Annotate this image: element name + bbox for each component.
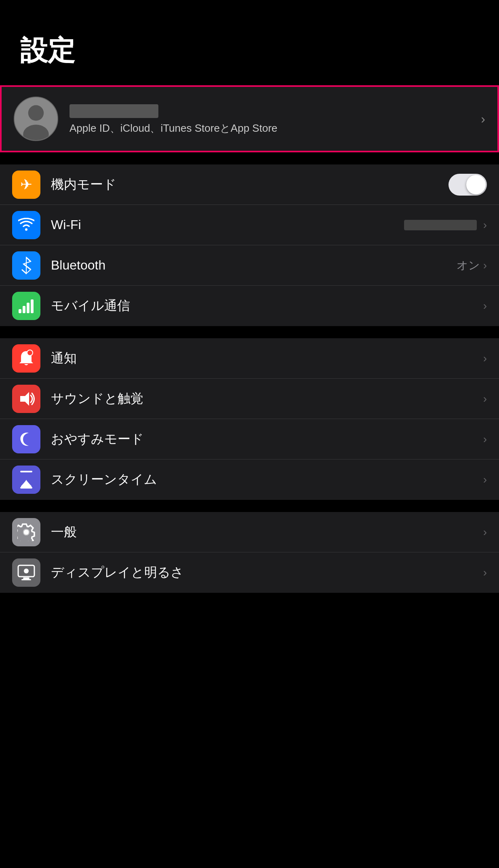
svg-rect-14 bbox=[20, 487, 32, 489]
connectivity-group: ✈ 機内モード Wi-Fi › bbox=[0, 164, 499, 326]
svg-line-5 bbox=[26, 257, 31, 261]
sounds-icon-wrapper bbox=[12, 385, 40, 413]
do-not-disturb-row[interactable]: おやすみモード › bbox=[0, 419, 499, 459]
bluetooth-value-container: オン › bbox=[457, 258, 487, 273]
display-row[interactable]: ディスプレイと明るさ › bbox=[0, 552, 499, 593]
display-chevron-container: › bbox=[480, 566, 487, 579]
airplane-icon: ✈ bbox=[20, 176, 32, 193]
signal-icon bbox=[18, 298, 34, 314]
airplane-mode-label: 機内モード bbox=[51, 176, 444, 194]
page-title: 設定 bbox=[0, 0, 499, 85]
screen-time-chevron: › bbox=[483, 473, 487, 486]
wifi-network-name bbox=[404, 220, 477, 230]
do-not-disturb-label: おやすみモード bbox=[51, 430, 476, 448]
gear-icon bbox=[17, 523, 35, 541]
wifi-icon bbox=[18, 218, 34, 232]
svg-line-4 bbox=[22, 270, 26, 274]
wifi-label: Wi-Fi bbox=[51, 217, 400, 232]
svg-rect-7 bbox=[19, 309, 21, 313]
airplane-mode-row[interactable]: ✈ 機内モード bbox=[0, 164, 499, 205]
airplane-mode-toggle[interactable] bbox=[448, 174, 487, 196]
display-icon bbox=[17, 565, 35, 581]
svg-marker-12 bbox=[20, 392, 29, 406]
apple-id-row[interactable]: Apple ID、iCloud、iTunes StoreとApp Store › bbox=[0, 85, 499, 152]
general-chevron: › bbox=[483, 526, 487, 539]
screen-time-chevron-container: › bbox=[480, 473, 487, 486]
display-icon-wrapper bbox=[12, 558, 40, 587]
screen-time-row[interactable]: スクリーンタイム › bbox=[0, 459, 499, 500]
notifications-row[interactable]: 通知 › bbox=[0, 338, 499, 379]
notifications-group: 通知 › サウンドと触覚 › おやすみモード › bbox=[0, 338, 499, 500]
svg-line-6 bbox=[23, 264, 31, 270]
notifications-icon-wrapper bbox=[12, 344, 40, 373]
apple-id-subtitle: Apple ID、iCloud、iTunes StoreとApp Store bbox=[69, 121, 474, 135]
blurred-name bbox=[69, 104, 158, 118]
apple-id-info: Apple ID、iCloud、iTunes StoreとApp Store bbox=[69, 102, 474, 135]
wifi-icon-wrapper bbox=[12, 211, 40, 239]
mobile-icon-wrapper bbox=[12, 292, 40, 320]
wifi-row[interactable]: Wi-Fi › bbox=[0, 205, 499, 245]
display-label: ディスプレイと明るさ bbox=[51, 564, 476, 581]
hourglass-icon bbox=[19, 471, 33, 489]
moon-icon bbox=[19, 431, 34, 447]
mobile-value-container: › bbox=[480, 299, 487, 312]
svg-point-15 bbox=[23, 529, 29, 535]
svg-rect-8 bbox=[23, 306, 25, 313]
sounds-row[interactable]: サウンドと触覚 › bbox=[0, 379, 499, 419]
notifications-label: 通知 bbox=[51, 350, 476, 367]
notification-icon bbox=[19, 350, 34, 367]
bluetooth-label: Bluetooth bbox=[51, 258, 453, 273]
general-row[interactable]: 一般 › bbox=[0, 512, 499, 552]
svg-point-1 bbox=[28, 105, 44, 121]
svg-rect-17 bbox=[23, 577, 29, 579]
svg-rect-18 bbox=[21, 579, 31, 580]
wifi-value-container: › bbox=[404, 219, 487, 232]
sounds-label: サウンドと触覚 bbox=[51, 390, 476, 408]
screen-time-label: スクリーンタイム bbox=[51, 471, 476, 489]
bluetooth-icon-wrapper bbox=[12, 251, 40, 280]
wifi-chevron: › bbox=[483, 219, 487, 232]
do-not-disturb-icon-wrapper bbox=[12, 425, 40, 453]
display-chevron: › bbox=[483, 566, 487, 579]
system-group: 一般 › ディスプレイと明るさ › bbox=[0, 512, 499, 593]
airplane-mode-icon-wrapper: ✈ bbox=[12, 171, 40, 199]
apple-id-chevron: › bbox=[481, 112, 485, 126]
general-chevron-container: › bbox=[480, 526, 487, 539]
do-not-disturb-chevron-container: › bbox=[480, 433, 487, 446]
screen-time-icon-wrapper bbox=[12, 466, 40, 494]
svg-rect-10 bbox=[31, 299, 34, 313]
svg-rect-13 bbox=[20, 471, 32, 472]
general-icon-wrapper bbox=[12, 518, 40, 546]
sound-icon bbox=[18, 390, 35, 407]
airplane-mode-toggle-container bbox=[448, 174, 487, 196]
sounds-chevron-container: › bbox=[480, 392, 487, 405]
apple-id-name bbox=[69, 102, 474, 118]
toggle-knob bbox=[466, 175, 486, 194]
bluetooth-chevron: › bbox=[483, 259, 487, 272]
svg-point-11 bbox=[27, 350, 33, 356]
bluetooth-row[interactable]: Bluetooth オン › bbox=[0, 245, 499, 286]
sounds-chevron: › bbox=[483, 392, 487, 405]
svg-point-3 bbox=[25, 228, 27, 231]
avatar bbox=[14, 97, 58, 141]
mobile-label: モバイル通信 bbox=[51, 297, 476, 315]
mobile-row[interactable]: モバイル通信 › bbox=[0, 286, 499, 326]
bluetooth-status: オン bbox=[457, 258, 480, 273]
bluetooth-icon bbox=[20, 257, 32, 274]
general-label: 一般 bbox=[51, 523, 476, 541]
mobile-chevron: › bbox=[483, 299, 487, 312]
do-not-disturb-chevron: › bbox=[483, 433, 487, 446]
notifications-chevron-container: › bbox=[480, 352, 487, 365]
svg-rect-9 bbox=[27, 303, 29, 313]
svg-point-19 bbox=[24, 569, 29, 573]
notifications-chevron: › bbox=[483, 352, 487, 365]
